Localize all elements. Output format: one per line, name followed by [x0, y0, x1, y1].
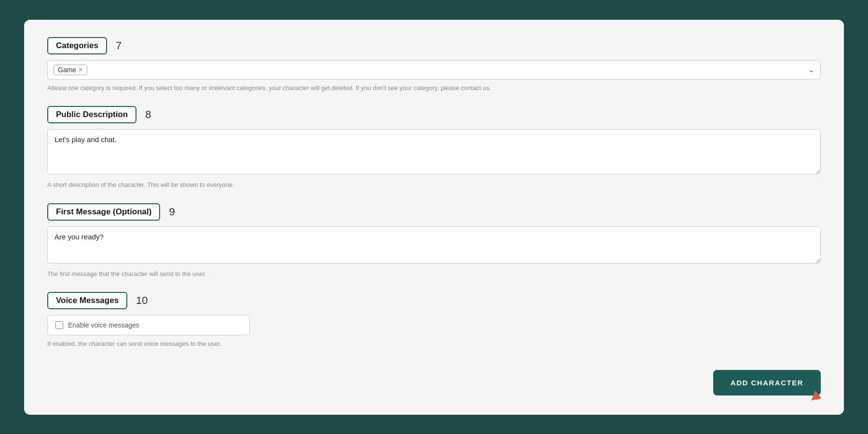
categories-header: Categories 7	[47, 37, 821, 54]
categories-section: Categories 7 Game ✕ ⌄ Atleast one catego…	[47, 37, 821, 93]
public-description-section: Public Description 8 A short description…	[47, 106, 821, 190]
voice-messages-section: Voice Messages 10 Enable voice messages …	[47, 292, 821, 349]
first-message-number: 9	[169, 206, 175, 218]
categories-label: Categories	[47, 37, 107, 54]
categories-number: 7	[116, 39, 122, 52]
voice-messages-number: 10	[136, 294, 148, 307]
categories-hint: Atleast one category is required. If you…	[47, 83, 821, 93]
first-message-textarea[interactable]	[47, 226, 821, 263]
public-description-header: Public Description 8	[47, 106, 821, 123]
voice-messages-checkbox[interactable]	[55, 321, 63, 329]
main-card: Categories 7 Game ✕ ⌄ Atleast one catego…	[24, 20, 844, 415]
dropdown-arrow-icon: ⌄	[808, 65, 814, 74]
categories-dropdown[interactable]: Game ✕ ⌄	[47, 60, 821, 79]
first-message-header: First Message (Optional) 9	[47, 203, 821, 221]
public-description-textarea[interactable]	[47, 129, 821, 174]
add-character-button[interactable]: ADD CHARACTER	[713, 370, 821, 395]
voice-messages-hint: If enabled, the character can send voice…	[47, 339, 821, 349]
game-tag: Game ✕	[54, 65, 87, 75]
first-message-label: First Message (Optional)	[47, 203, 160, 221]
voice-messages-label: Voice Messages	[47, 292, 127, 309]
voice-checkbox-label[interactable]: Enable voice messages	[68, 321, 139, 329]
voice-checkbox-area: Enable voice messages	[47, 315, 250, 335]
voice-messages-header: Voice Messages 10	[47, 292, 821, 309]
first-message-section: First Message (Optional) 9 The first mes…	[47, 203, 821, 279]
public-description-number: 8	[145, 108, 151, 121]
first-message-hint: The first message that the character wil…	[47, 269, 821, 279]
public-description-hint: A short description of the character. Th…	[47, 180, 821, 190]
game-tag-label: Game	[58, 66, 76, 74]
public-description-label: Public Description	[47, 106, 136, 123]
game-tag-remove[interactable]: ✕	[78, 66, 83, 73]
